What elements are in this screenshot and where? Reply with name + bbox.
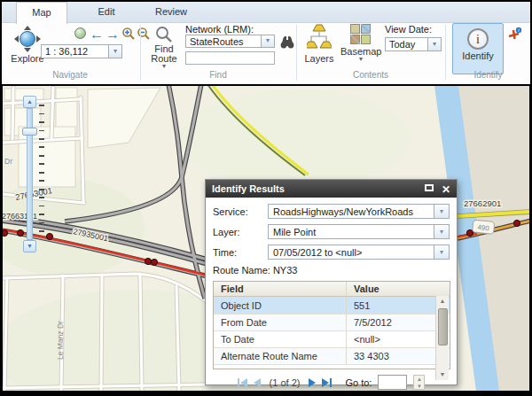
table-scrollbar[interactable]: ▲ ▼ bbox=[435, 296, 449, 380]
goto-spinner[interactable]: ▲▼ bbox=[413, 375, 425, 390]
cell-value: <null> bbox=[347, 331, 435, 347]
service-dropdown-icon[interactable]: ▾ bbox=[434, 204, 450, 219]
group-label-identify: Identify bbox=[446, 70, 530, 80]
street-label-dr: Dr bbox=[4, 157, 12, 166]
dialog-title: Identify Results bbox=[212, 183, 285, 194]
street-label-le-manz-dr: Le Manz Dr bbox=[56, 321, 65, 360]
time-value[interactable]: 07/05/2012 to <null> bbox=[268, 245, 434, 260]
cell-value: 33 4303 bbox=[347, 348, 435, 364]
group-label-navigate: Navigate bbox=[2, 70, 138, 80]
dialog-title-bar[interactable]: Identify Results ✕ bbox=[206, 180, 457, 198]
route-label-27662901: 27662901 bbox=[464, 198, 501, 208]
layer-dropdown-icon[interactable]: ▾ bbox=[434, 224, 450, 239]
cell-field: From Date bbox=[214, 314, 347, 330]
spinner-down-icon[interactable]: ▼ bbox=[414, 383, 424, 390]
service-value[interactable]: RoadsHighways/NewYorkRoads bbox=[268, 204, 434, 219]
table-row[interactable]: Object ID 551 bbox=[214, 297, 450, 314]
table-row[interactable]: From Date 7/5/2012 bbox=[214, 314, 450, 330]
layer-row: Layer: Mile Point ▾ bbox=[213, 224, 450, 239]
view-date-label: View Date: bbox=[385, 24, 432, 35]
next-extent-icon[interactable]: → bbox=[106, 27, 120, 42]
table-header-row: Field Value bbox=[214, 282, 450, 297]
layer-label: Layer: bbox=[213, 227, 268, 237]
maximize-icon[interactable] bbox=[425, 184, 434, 191]
goto-page-input[interactable] bbox=[378, 375, 407, 390]
layer-combo[interactable]: Mile Point ▾ bbox=[268, 224, 450, 239]
layer-value[interactable]: Mile Point bbox=[268, 224, 434, 239]
group-label-find: Find bbox=[141, 70, 295, 80]
basemap-button[interactable]: Basemap ▾ bbox=[340, 24, 381, 62]
table-row[interactable]: To Date <null> bbox=[214, 330, 450, 347]
tab-map[interactable]: Map bbox=[16, 2, 67, 24]
page-indicator: (1 of 2) bbox=[270, 377, 301, 388]
ribbon-body: Explore ← → 1 : 36,112 ▾ Navigate Find R… bbox=[2, 23, 530, 83]
spinner-up-icon[interactable]: ▲ bbox=[414, 376, 424, 383]
group-label-contents: Contents bbox=[297, 70, 444, 80]
next-page-button[interactable] bbox=[309, 378, 316, 387]
route-name-label: Route Name: bbox=[213, 265, 270, 276]
layers-button[interactable]: Layers bbox=[301, 24, 337, 64]
time-row: Time: 07/05/2012 to <null> ▾ bbox=[213, 245, 450, 260]
identify-label: Identify bbox=[453, 50, 503, 61]
cell-field: Object ID bbox=[214, 298, 347, 314]
time-label: Time: bbox=[213, 247, 268, 258]
basemap-dropdown-icon: ▾ bbox=[340, 57, 381, 62]
tab-edit[interactable]: Edit bbox=[81, 2, 132, 23]
route-name-row: Route Name: NY33 bbox=[213, 265, 450, 276]
table-row[interactable]: Alternate Route Name 33 4303 bbox=[214, 347, 450, 364]
previous-page-button[interactable] bbox=[254, 378, 261, 387]
value-column-header: Value bbox=[347, 282, 435, 296]
zoom-slider[interactable]: ▲ ▼ bbox=[22, 96, 37, 252]
network-lrm-label: Network (LRM): bbox=[185, 24, 254, 35]
identify-button[interactable]: i Identify bbox=[452, 23, 504, 74]
close-icon[interactable]: ✕ bbox=[442, 181, 450, 198]
binoculars-icon[interactable] bbox=[279, 34, 295, 52]
attributes-table: Field Value Object ID 551 From Date 7/5/… bbox=[213, 281, 450, 369]
identify-info-icon: i bbox=[467, 28, 489, 50]
identify-route-location-icon[interactable]: i bbox=[507, 27, 522, 45]
magnifier-icon bbox=[154, 25, 174, 44]
full-extent-globe-icon[interactable] bbox=[74, 27, 86, 39]
previous-extent-icon[interactable]: ← bbox=[90, 27, 104, 42]
service-label: Service: bbox=[213, 206, 268, 217]
first-page-button[interactable] bbox=[238, 378, 247, 387]
find-route-input[interactable] bbox=[185, 51, 275, 65]
view-date-dropdown-icon[interactable]: ▾ bbox=[427, 37, 442, 51]
last-page-button[interactable] bbox=[322, 378, 332, 387]
zoom-slider-ticks bbox=[39, 105, 44, 238]
tab-review[interactable]: Review bbox=[145, 2, 197, 23]
goto-label: Go to: bbox=[345, 377, 372, 388]
route-shield-label: 490 bbox=[477, 223, 490, 232]
cell-value: 551 bbox=[347, 298, 435, 314]
zoom-slider-handle[interactable] bbox=[22, 128, 37, 136]
scroll-up-icon[interactable]: ▲ bbox=[436, 296, 449, 307]
service-combo[interactable]: RoadsHighways/NewYorkRoads ▾ bbox=[268, 204, 450, 219]
service-row: Service: RoadsHighways/NewYorkRoads ▾ bbox=[213, 204, 450, 219]
view-date-value[interactable]: Today bbox=[385, 37, 427, 51]
network-combo[interactable]: StateRoutes ▾ bbox=[185, 35, 276, 48]
route-shield: 490 bbox=[473, 220, 495, 234]
map-scale-dropdown-icon[interactable]: ▾ bbox=[108, 44, 122, 58]
network-dropdown-icon[interactable]: ▾ bbox=[261, 35, 275, 48]
view-date-combo[interactable]: Today ▾ bbox=[385, 37, 442, 51]
table-row-partial bbox=[214, 364, 450, 369]
zoom-in-icon[interactable] bbox=[121, 27, 136, 44]
dialog-body: Service: RoadsHighways/NewYorkRoads ▾ La… bbox=[206, 198, 457, 390]
map-scale-combo[interactable]: 1 : 36,112 ▾ bbox=[41, 44, 124, 58]
zoom-slider-down-icon[interactable]: ▼ bbox=[23, 240, 36, 252]
pagination-bar: (1 of 2) Go to: ▲▼ bbox=[213, 375, 450, 390]
scrollbar-thumb[interactable] bbox=[438, 308, 448, 346]
map-canvas[interactable]: 490 27663001 27663101 27935001 27662901 … bbox=[3, 86, 529, 391]
scroll-down-icon[interactable]: ▼ bbox=[436, 369, 449, 380]
zoom-slider-up-icon[interactable]: ▲ bbox=[23, 96, 36, 108]
time-combo[interactable]: 07/05/2012 to <null> ▾ bbox=[268, 245, 450, 260]
map-scale-value[interactable]: 1 : 36,112 bbox=[41, 44, 108, 58]
basemap-icon bbox=[350, 24, 372, 45]
ribbon-tab-bar: Map Edit Review bbox=[2, 2, 530, 23]
network-value[interactable]: StateRoutes bbox=[185, 35, 261, 48]
find-route-dropdown-icon: ▾ bbox=[146, 64, 182, 69]
layers-icon bbox=[307, 24, 332, 52]
layers-label: Layers bbox=[301, 53, 337, 64]
time-dropdown-icon[interactable]: ▾ bbox=[434, 245, 450, 260]
explore-orb-icon bbox=[16, 27, 39, 50]
